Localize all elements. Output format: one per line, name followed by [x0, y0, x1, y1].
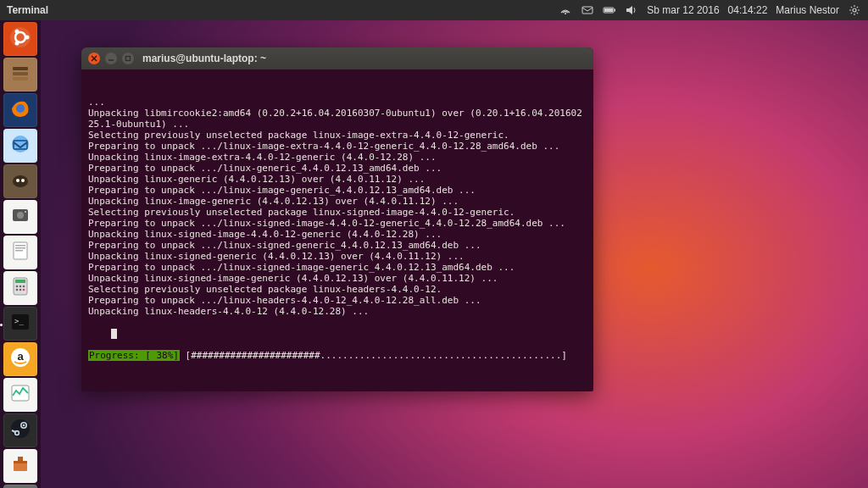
svg-point-18: [15, 42, 19, 46]
svg-rect-34: [15, 247, 25, 249]
svg-point-31: [25, 211, 26, 213]
gimp-icon: [9, 169, 31, 194]
window-titlebar[interactable]: marius@ubuntu-laptop: ~: [81, 47, 593, 69]
svg-point-30: [17, 212, 24, 219]
svg-point-39: [19, 286, 22, 288]
svg-point-49: [11, 419, 30, 438]
terminal-icon: >_: [10, 313, 31, 335]
terminal-line: Unpacking linux-headers-4.4.0-12 (4.4.0-…: [88, 306, 587, 317]
terminal-line: Unpacking linux-image-extra-4.4.0-12-gen…: [88, 152, 587, 163]
progress-label: Progress: [ 38%]: [88, 350, 180, 361]
clock-date[interactable]: Sb mar 12 2016: [647, 4, 719, 16]
terminal-line: Selecting previously unselected package …: [88, 207, 587, 218]
steam-icon: [10, 419, 31, 442]
shotwell-icon: [10, 205, 31, 229]
progress-bar: [#######################................…: [186, 350, 567, 361]
svg-point-41: [16, 289, 19, 291]
launcher-item-trash[interactable]: [2, 485, 39, 488]
svg-point-28: [21, 179, 25, 182]
svg-point-27: [16, 179, 19, 182]
svg-rect-4: [604, 8, 613, 12]
svg-line-13: [857, 7, 858, 8]
ubuntu-dash-icon: [8, 25, 32, 53]
svg-rect-37: [15, 280, 25, 283]
network-icon[interactable]: [559, 3, 572, 17]
svg-rect-21: [13, 77, 28, 80]
terminal-line: Preparing to unpack .../linux-signed-ima…: [88, 262, 587, 273]
svg-rect-35: [15, 250, 23, 252]
svg-rect-33: [15, 245, 25, 247]
clock-time[interactable]: 04:14:22: [728, 4, 768, 16]
svg-line-10: [851, 7, 852, 8]
window-maximize-button[interactable]: [122, 53, 134, 64]
launcher-item-files[interactable]: [2, 58, 39, 92]
svg-point-5: [853, 8, 856, 12]
terminal-line: Preparing to unpack .../linux-image-extr…: [88, 141, 587, 152]
svg-point-23: [16, 104, 25, 113]
svg-point-17: [15, 30, 19, 34]
terminal-line: Unpacking linux-signed-image-4.4.0-12-ge…: [88, 229, 587, 240]
svg-point-26: [13, 175, 28, 187]
amazon-icon: a: [10, 347, 31, 371]
svg-point-16: [25, 36, 30, 40]
launcher-item-system-monitor[interactable]: [2, 378, 39, 412]
document-viewer-icon: [11, 241, 30, 264]
top-menubar: Terminal Sb mar 12 2016 04:14:22 Marius …: [0, 0, 868, 20]
battery-icon[interactable]: [603, 3, 616, 17]
svg-rect-19: [13, 67, 28, 70]
launcher-item-steam[interactable]: [2, 413, 39, 447]
terminal-line: Preparing to unpack .../linux-headers-4.…: [88, 295, 587, 306]
terminal-line: Unpacking linux-signed-image-generic (4.…: [88, 273, 587, 284]
svg-point-43: [23, 289, 25, 291]
launcher-item-terminal[interactable]: >_: [2, 307, 39, 341]
terminal-line: Preparing to unpack .../linux-signed-gen…: [88, 240, 587, 251]
svg-rect-1: [582, 7, 593, 14]
launcher-item-gimp[interactable]: [2, 164, 39, 198]
terminal-window[interactable]: marius@ubuntu-laptop: ~ ...Unpacking lib…: [81, 47, 593, 391]
launcher-item-thunderbird[interactable]: [2, 129, 39, 163]
terminal-output[interactable]: ...Unpacking libmircookie2:amd64 (0.20.2…: [81, 69, 593, 391]
terminal-line: Selecting previously unselected package …: [88, 284, 587, 295]
files-icon: [9, 62, 31, 87]
window-title: marius@ubuntu-laptop: ~: [142, 53, 266, 64]
launcher-item-shotwell[interactable]: [2, 200, 39, 234]
session-user[interactable]: Marius Nestor: [776, 4, 839, 16]
launcher-item-amazon[interactable]: a: [2, 342, 39, 376]
svg-rect-3: [615, 9, 616, 12]
launcher-item-calculator[interactable]: [2, 271, 39, 305]
volume-icon[interactable]: [625, 3, 638, 17]
terminal-line: Unpacking libmircookie2:amd64 (0.20.2+16…: [88, 108, 587, 130]
terminal-line: Unpacking linux-generic (4.4.0.12.13) ov…: [88, 174, 587, 185]
terminal-line: Selecting previously unselected package …: [88, 130, 587, 141]
software-icon: [10, 454, 31, 478]
svg-text:>_: >_: [14, 317, 24, 325]
terminal-cursor: [111, 329, 117, 339]
window-minimize-button[interactable]: [105, 53, 117, 64]
gear-icon[interactable]: [848, 3, 861, 17]
thunderbird-icon: [9, 133, 31, 158]
launcher-item-firefox[interactable]: [2, 93, 39, 127]
svg-point-38: [16, 286, 19, 288]
terminal-line: Preparing to unpack .../linux-generic_4.…: [88, 163, 587, 174]
svg-point-42: [19, 289, 22, 291]
firefox-icon: [9, 97, 31, 123]
svg-point-40: [23, 286, 25, 288]
svg-rect-62: [126, 57, 131, 61]
terminal-line: Preparing to unpack .../linux-signed-ima…: [88, 218, 587, 229]
window-close-button[interactable]: [88, 53, 100, 64]
svg-point-0: [565, 13, 566, 14]
launcher-item-document-viewer[interactable]: [2, 236, 39, 269]
svg-point-51: [23, 424, 25, 427]
unity-launcher: >_a: [0, 20, 41, 488]
system-monitor-icon: [10, 384, 31, 406]
terminal-line: Unpacking linux-image-generic (4.4.0.12.…: [88, 196, 587, 207]
svg-rect-56: [18, 457, 23, 461]
terminal-line: Preparing to unpack .../linux-image-gene…: [88, 185, 587, 196]
svg-rect-55: [14, 461, 27, 463]
mail-icon[interactable]: [581, 3, 594, 17]
svg-line-11: [857, 13, 858, 14]
svg-rect-20: [13, 72, 28, 75]
launcher-item-software[interactable]: [2, 449, 39, 483]
launcher-item-ubuntu-dash[interactable]: [2, 22, 39, 56]
active-app-title: Terminal: [7, 4, 48, 16]
